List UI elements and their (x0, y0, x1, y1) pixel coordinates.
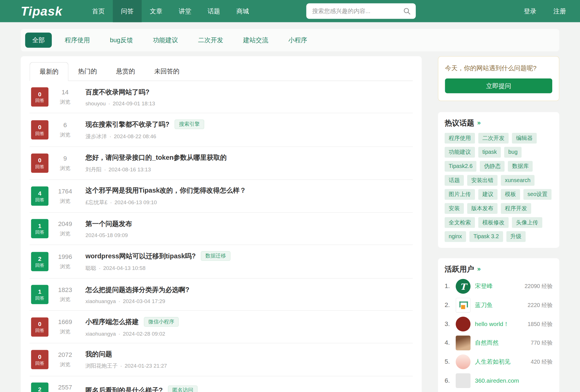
topic-tag[interactable]: 升级 (506, 231, 525, 242)
topic-tag[interactable]: 编辑器 (512, 133, 537, 144)
user-avatar[interactable]: T (456, 279, 470, 294)
view-label: 浏览 (53, 165, 77, 172)
question-main: 匿名后看到的是什么样子? 匿名访问 (86, 385, 411, 392)
question-row: 0 回答 2072 浏览 我的问题 (29, 343, 413, 376)
question-title[interactable]: 怎么把提问题选择分类弄为必选啊? (86, 285, 189, 294)
filter-program-usage[interactable]: 程序使用 (58, 33, 97, 48)
answer-count: 1 (38, 289, 42, 295)
user-name[interactable]: hello world！ (475, 320, 509, 328)
topic-tag[interactable]: 头像上传 (512, 217, 542, 228)
question-title[interactable]: 这个邪乎网是我用Tipask改的，你们觉得改得怎么样？ (86, 186, 246, 195)
ask-now-button[interactable]: 立即提问 (445, 78, 552, 93)
user-avatar[interactable] (456, 317, 470, 331)
user-avatar[interactable] (456, 354, 470, 369)
topic-tag[interactable]: 图片上传 (445, 189, 475, 200)
view-count: 1996 (53, 253, 77, 261)
topic-tag[interactable]: nginx (445, 231, 466, 242)
user-avatar[interactable] (456, 298, 470, 312)
question-title[interactable]: 现在搜索引擎都不收录了吗? (86, 120, 169, 129)
filter-bug-feedback[interactable]: bug反馈 (103, 33, 140, 48)
nav-item-qa[interactable]: 问答 (113, 0, 142, 22)
user-name[interactable]: 人生若如初见 (475, 358, 510, 366)
answer-label: 回答 (35, 230, 44, 235)
tab-bounty[interactable]: 悬赏的 (106, 62, 145, 80)
user-name[interactable]: 自然而然 (475, 339, 499, 347)
user-avatar[interactable] (456, 336, 470, 350)
view-label: 浏览 (53, 131, 77, 138)
question-tag[interactable]: 匿名访问 (168, 385, 197, 392)
search-icon[interactable] (403, 7, 411, 15)
question-title[interactable]: 我的问题 (86, 350, 112, 358)
user-name[interactable]: 360.aireden.com (475, 377, 519, 384)
user-name[interactable]: 宋登峰 (475, 282, 493, 290)
question-author[interactable]: 刘丹阳 (86, 167, 102, 172)
question-tag[interactable]: 微信小程序 (144, 317, 179, 327)
nav-item-articles[interactable]: 文章 (142, 0, 170, 22)
answer-count: 4 (38, 190, 42, 196)
search-input[interactable] (306, 3, 416, 19)
question-date: 2024-06-13 09:10 (114, 199, 157, 205)
topic-tag[interactable]: 安装 (445, 203, 464, 214)
topic-tag[interactable]: seo设置 (523, 189, 552, 200)
nav-item-mall[interactable]: 商城 (228, 0, 257, 22)
question-author[interactable]: xiaohuangya (86, 331, 116, 337)
user-name[interactable]: 蓝刀鱼 (475, 301, 493, 309)
topic-tag[interactable]: 模板修改 (478, 217, 509, 228)
topic-tag[interactable]: tipask (478, 147, 501, 158)
nav-item-lectures[interactable]: 讲堂 (170, 0, 199, 22)
question-title[interactable]: 您好，请问登录接口的_token参数从哪里获取的 (86, 153, 227, 162)
filter-site-exchange[interactable]: 建站交流 (236, 33, 275, 48)
filter-secondary-dev[interactable]: 二次开发 (191, 33, 230, 48)
login-link[interactable]: 登录 (524, 7, 536, 15)
question-author[interactable]: 浏阳花炮王子 (86, 363, 118, 369)
question-author[interactable]: 聪聪 (86, 265, 96, 271)
question-title[interactable]: 匿名后看到的是什么样子? (86, 386, 163, 392)
filter-feature-suggest[interactable]: 功能建议 (146, 33, 185, 48)
tab-latest[interactable]: 最新的 (29, 62, 68, 81)
topic-tag[interactable]: 模板 (501, 189, 520, 200)
topic-tag[interactable]: xunsearch (501, 175, 534, 186)
topic-tag[interactable]: 程序开发 (501, 203, 531, 214)
nav-item-topics[interactable]: 话题 (199, 0, 228, 22)
topic-tag[interactable]: 建议 (478, 189, 498, 200)
topic-tag[interactable]: 程序使用 (445, 133, 475, 144)
topic-tag[interactable]: bug (504, 147, 521, 158)
question-title[interactable]: 小程序端怎么搭建 (86, 318, 139, 326)
question-title[interactable]: 第一个问题发布 (86, 219, 132, 228)
question-tag[interactable]: 搜索引擎 (174, 120, 204, 129)
user-rank: 4. (445, 339, 453, 347)
topic-tag[interactable]: Tipask 3.2 (469, 231, 503, 242)
tab-hot[interactable]: 热门的 (69, 62, 107, 80)
view-label: 浏览 (53, 329, 77, 335)
user-avatar[interactable] (456, 373, 470, 388)
view-count: 1764 (53, 188, 77, 195)
question-meta: £忘忧草£·2024-06-13 09:10 (86, 199, 411, 206)
question-tag[interactable]: 数据迁移 (201, 251, 230, 261)
question-title[interactable]: 百度不收录网站了吗? (86, 88, 150, 96)
topic-tag[interactable]: 话题 (445, 175, 464, 186)
filter-miniprogram[interactable]: 小程序 (281, 33, 314, 48)
nav-item-home[interactable]: 首页 (84, 0, 113, 22)
question-author[interactable]: xiaohuangya (86, 298, 116, 304)
tab-unanswered[interactable]: 未回答的 (145, 62, 189, 80)
answer-count-badge: 2 回答 (31, 383, 48, 392)
topic-tag[interactable]: 版本发布 (467, 203, 498, 214)
topic-tag[interactable]: 安装出错 (467, 175, 498, 186)
brand-logo[interactable]: Tipask (21, 4, 63, 18)
user-row: 4. 自然而然 770 经验 (445, 336, 553, 350)
question-author[interactable]: 漫步冰洋 (86, 134, 107, 140)
topic-tag[interactable]: 伪静态 (480, 161, 505, 172)
topic-tag[interactable]: 功能建议 (445, 147, 475, 158)
active-users-more-link[interactable]: » (477, 265, 481, 273)
hot-topics-more-link[interactable]: » (477, 119, 481, 127)
topic-tag[interactable]: 数据库 (508, 161, 533, 172)
register-link[interactable]: 注册 (553, 7, 566, 15)
question-title[interactable]: wordpress网站可以迁移到tipask吗? (86, 252, 196, 260)
question-author[interactable]: £忘忧草£ (86, 199, 108, 205)
topic-tag[interactable]: Tipask2.6 (445, 161, 477, 172)
view-count: 9 (53, 155, 77, 162)
filter-all[interactable]: 全部 (25, 33, 52, 48)
question-author[interactable]: shouyou (86, 101, 106, 106)
topic-tag[interactable]: 二次开发 (478, 133, 509, 144)
topic-tag[interactable]: 全文检索 (445, 217, 475, 228)
